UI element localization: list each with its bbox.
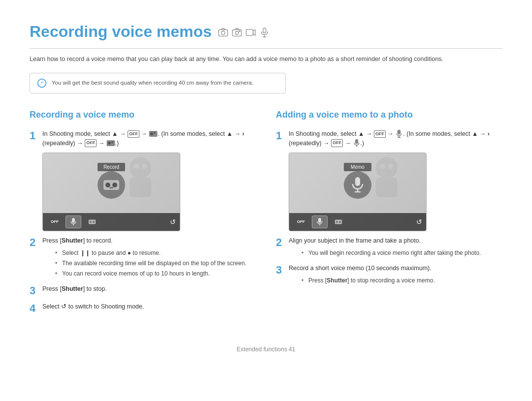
left-step3-num: 3 — [30, 284, 38, 297]
svg-point-30 — [93, 221, 95, 223]
left-ghost-figure — [121, 155, 160, 205]
right-back-btn: ↺ — [416, 217, 422, 227]
right-step3-bullets: Press [Shutter] to stop recording a voic… — [301, 276, 502, 285]
svg-point-13 — [150, 132, 153, 135]
camera2-icon — [232, 27, 242, 38]
mic-icon — [259, 27, 270, 38]
svg-point-47 — [339, 221, 341, 223]
right-step1-content: In Shooting mode, select ▲ → OFF → . (In… — [289, 129, 502, 148]
title-text: Recording voice memos — [30, 20, 212, 43]
svg-point-4 — [239, 31, 240, 31]
left-step2-bullets: Select ❙❙ to pause and ● to resume. The … — [55, 248, 256, 278]
main-columns: Recording a voice memo 1 In Shooting mod… — [30, 108, 502, 320]
right-selected-icon: Memo — [344, 163, 371, 200]
svg-point-23 — [105, 183, 110, 187]
svg-point-17 — [111, 142, 113, 144]
right-step2-num: 2 — [276, 236, 285, 249]
left-column: Recording a voice memo 1 In Shooting mod… — [30, 108, 256, 320]
left-bullet3: You can record voice memos of up to 10 h… — [55, 269, 256, 278]
left-section-title: Recording a voice memo — [30, 108, 256, 122]
video-icon — [245, 27, 256, 38]
svg-point-14 — [154, 132, 156, 134]
svg-rect-37 — [376, 178, 398, 197]
svg-point-21 — [142, 164, 147, 169]
left-menu-off: OFF — [47, 216, 63, 228]
right-menu-bar: OFF — [289, 213, 426, 231]
svg-marker-6 — [253, 30, 255, 35]
left-back-btn: ↺ — [170, 217, 176, 227]
svg-rect-19 — [130, 178, 151, 197]
left-step1-num: 1 — [30, 129, 38, 142]
right-menu-record — [331, 216, 346, 228]
title-icons — [218, 27, 270, 38]
left-step3-content: Press [Shutter] to stop. — [42, 284, 256, 294]
left-step2-num: 2 — [30, 236, 38, 249]
footer-text: Extended functions 41 — [237, 346, 296, 353]
svg-point-20 — [134, 164, 139, 169]
right-menu-mic — [312, 216, 328, 228]
left-bullet1: Select ❙❙ to pause and ● to resume. — [55, 248, 256, 257]
right-step1-num: 1 — [276, 129, 285, 142]
right-menu-off: OFF — [293, 216, 309, 228]
note-icon — [37, 78, 47, 88]
left-step2-content: Press [Shutter] to record. Select ❙❙ to … — [42, 236, 256, 279]
left-step1: 1 In Shooting mode, select ▲ → OFF → . (… — [30, 129, 256, 148]
left-step1-content: In Shooting mode, select ▲ → OFF → . (In… — [42, 129, 256, 148]
svg-point-29 — [90, 221, 92, 223]
left-step4: 4 Select ↺ to switch to Shooting mode. — [30, 302, 256, 315]
page-title: Recording voice memos — [30, 20, 502, 49]
right-screen-label: Memo — [344, 163, 371, 171]
right-step3-bullet1: Press [Shutter] to stop recording a voic… — [301, 276, 502, 285]
svg-point-24 — [112, 183, 117, 187]
svg-rect-0 — [219, 30, 228, 36]
right-step2-bullets: You will begin recording a voice memo ri… — [301, 248, 502, 257]
note-text: You will get the best sound quality when… — [52, 79, 253, 87]
right-step2: 2 Align your subject in the frame and ta… — [276, 236, 502, 259]
svg-rect-5 — [246, 30, 253, 36]
left-bullet2: The available recording time will be dis… — [55, 259, 256, 268]
right-bullet1: You will begin recording a voice memo ri… — [301, 248, 502, 257]
page-footer: Extended functions 41 — [30, 345, 502, 354]
svg-rect-25 — [109, 187, 113, 188]
svg-rect-40 — [355, 177, 360, 186]
left-step4-content: Select ↺ to switch to Shooting mode. — [42, 302, 256, 311]
left-menu-record — [84, 216, 100, 228]
right-ghost-figure — [367, 155, 406, 205]
right-step1: 1 In Shooting mode, select ▲ → OFF → . (… — [276, 129, 502, 148]
left-step2: 2 Press [Shutter] to record. Select ❙❙ t… — [30, 236, 256, 279]
left-menu-bar: OFF — [43, 213, 180, 231]
svg-rect-31 — [398, 130, 401, 135]
right-step3-content: Record a short voice memo (10 seconds ma… — [289, 264, 502, 286]
left-menu-mic — [66, 216, 81, 228]
svg-point-36 — [376, 157, 398, 179]
intro-text: Learn how to record a voice memo that yo… — [30, 55, 498, 64]
left-step4-num: 4 — [30, 302, 38, 315]
svg-point-38 — [380, 164, 385, 169]
svg-rect-43 — [318, 218, 321, 223]
svg-rect-7 — [263, 28, 266, 33]
right-section-title: Adding a voice memo to a photo — [276, 108, 502, 122]
right-step2-content: Align your subject in the frame and take… — [289, 236, 502, 259]
note-box: You will get the best sound quality when… — [30, 73, 286, 93]
right-step3-num: 3 — [276, 264, 285, 277]
svg-rect-26 — [72, 218, 75, 223]
svg-point-16 — [108, 142, 111, 145]
left-step3: 3 Press [Shutter] to stop. — [30, 284, 256, 297]
svg-point-46 — [336, 221, 338, 223]
svg-point-1 — [221, 31, 225, 34]
right-column: Adding a voice memo to a photo 1 In Shoo… — [276, 108, 502, 320]
right-step3: 3 Record a short voice memo (10 seconds … — [276, 264, 502, 286]
svg-point-3 — [235, 31, 238, 34]
left-camera-screen: Record OFF — [42, 153, 180, 231]
left-selected-icon: Record — [98, 163, 125, 200]
svg-point-18 — [130, 157, 151, 179]
svg-rect-34 — [355, 139, 358, 144]
svg-point-39 — [388, 164, 393, 169]
right-camera-screen: Memo OFF — [289, 153, 427, 231]
left-screen-label: Record — [98, 163, 125, 171]
camera-icon — [218, 27, 229, 38]
